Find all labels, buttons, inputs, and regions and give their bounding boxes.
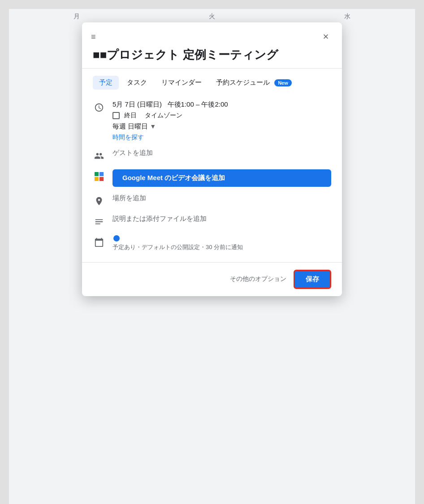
- location-content: 場所を追加: [112, 194, 331, 202]
- add-meet-button[interactable]: Google Meet のビデオ会議を追加: [112, 169, 331, 187]
- guest-row: ゲストを追加: [82, 145, 342, 166]
- day-header-tue: 火: [209, 13, 215, 21]
- description-icon: [93, 215, 105, 228]
- drag-handle-icon: ≡: [91, 32, 96, 42]
- calendar-status-content: 予定あり・デフォルトの公開設定・30 分前に通知: [112, 235, 331, 251]
- add-guest-text[interactable]: ゲストを追加: [112, 149, 331, 157]
- meet-row: Google Meet のビデオ会議を追加: [82, 166, 342, 190]
- allday-label: 終日: [124, 112, 137, 120]
- chevron-down-icon: ▼: [150, 123, 156, 130]
- calendar-status-text: 予定あり・デフォルトの公開設定・30 分前に通知: [112, 243, 331, 251]
- add-location-text[interactable]: 場所を追加: [112, 194, 331, 202]
- clock-icon: [93, 101, 105, 114]
- svg-rect-0: [95, 172, 99, 176]
- calendar-status-row: 予定あり・デフォルトの公開設定・30 分前に通知: [82, 232, 342, 255]
- close-button[interactable]: ×: [319, 30, 333, 44]
- tab-schedule[interactable]: 予定: [93, 76, 119, 90]
- location-icon: [93, 195, 105, 207]
- allday-row: 終日 タイムゾーン: [112, 112, 331, 120]
- event-title[interactable]: ■■プロジェクト 定例ミーティング: [82, 47, 342, 69]
- calendar-color-dot: [113, 235, 120, 241]
- description-content: 説明または添付ファイルを追加: [112, 215, 331, 223]
- datetime-display[interactable]: 5月 7日 (日曜日) 午後1:00 – 午後2:00: [112, 100, 331, 109]
- timezone-label[interactable]: タイムゾーン: [145, 112, 182, 120]
- event-time-range: 午後1:00 – 午後2:00: [168, 100, 228, 108]
- modal-body: 予定 タスク リマインダー 予約スケジュール New: [82, 69, 342, 262]
- location-row: 場所を追加: [82, 190, 342, 211]
- datetime-row: 5月 7日 (日曜日) 午後1:00 – 午後2:00 終日 タイムゾーン 毎週…: [82, 97, 342, 145]
- modal-header: ≡ ×: [82, 22, 342, 47]
- day-headers: 月 火 水: [9, 9, 415, 24]
- day-header-wed: 水: [344, 13, 350, 21]
- add-description-text[interactable]: 説明または添付ファイルを追加: [112, 215, 331, 223]
- calendar-icon: [93, 236, 105, 249]
- people-icon: [93, 150, 105, 162]
- event-date: 5月 7日 (日曜日): [112, 100, 162, 108]
- svg-rect-1: [100, 172, 104, 176]
- day-header-mon: 月: [74, 13, 80, 21]
- tab-reminder[interactable]: リマインダー: [155, 76, 208, 90]
- allday-checkbox[interactable]: [112, 112, 120, 119]
- guest-content: ゲストを追加: [112, 149, 331, 157]
- event-create-modal: ≡ × ■■プロジェクト 定例ミーティング 予定 タスク リマインダー 予約スケ…: [82, 22, 342, 296]
- meet-icon: [93, 170, 105, 183]
- modal-overlay: ≡ × ■■プロジェクト 定例ミーティング 予定 タスク リマインダー 予約スケ…: [82, 22, 342, 296]
- save-button[interactable]: 保存: [294, 270, 331, 289]
- datetime-content: 5月 7日 (日曜日) 午後1:00 – 午後2:00 終日 タイムゾーン 毎週…: [112, 100, 331, 142]
- find-time-link[interactable]: 時間を探す: [112, 134, 331, 142]
- tab-booking[interactable]: 予約スケジュール New: [210, 76, 298, 90]
- svg-rect-3: [100, 177, 104, 181]
- description-row: 説明または添付ファイルを追加: [82, 211, 342, 232]
- calendar-background: 月 火 水 ≡ × ■■プロジェクト 定例ミーティング 予定 タスク リマインダ…: [9, 9, 415, 504]
- tabs-row: 予定 タスク リマインダー 予約スケジュール New: [82, 76, 342, 97]
- new-badge: New: [274, 79, 292, 86]
- meet-content: Google Meet のビデオ会議を追加: [112, 169, 331, 187]
- tab-task[interactable]: タスク: [121, 76, 153, 90]
- recurrence-text: 毎週 日曜日: [112, 122, 148, 131]
- modal-footer: その他のオプション 保存: [82, 262, 342, 296]
- more-options-link[interactable]: その他のオプション: [230, 275, 286, 283]
- svg-rect-2: [95, 177, 99, 181]
- recurrence-selector[interactable]: 毎週 日曜日 ▼: [112, 122, 331, 131]
